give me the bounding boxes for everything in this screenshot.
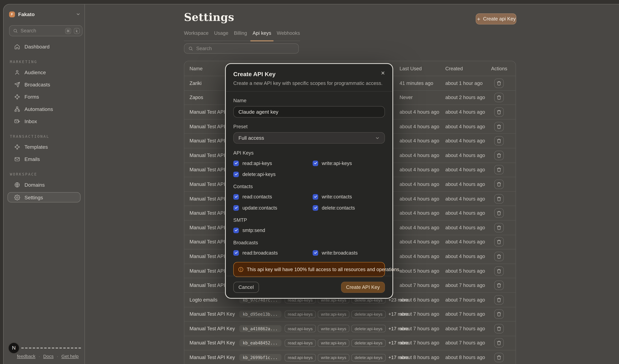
sidebar-item-audience[interactable]: Audience [8, 67, 81, 77]
checkbox-checked [233, 228, 239, 233]
checkbox-checked [313, 194, 318, 200]
tab-usage[interactable]: Usage [214, 29, 228, 41]
last-used-value: about 4 hours ago [400, 177, 439, 191]
delete-api-key-button[interactable] [494, 295, 504, 305]
sidebar-item-broadcasts[interactable]: Broadcasts [8, 80, 81, 89]
tab-api-keys[interactable]: Api keys [253, 29, 271, 41]
last-used-value: about 4 hours ago [400, 105, 439, 119]
delete-api-key-button[interactable] [494, 194, 504, 203]
sidebar-item-dashboard[interactable]: Dashboard [8, 42, 81, 51]
sidebar-item-automations[interactable]: Automations [8, 104, 81, 114]
last-used-value: about 7 hours ago [400, 307, 439, 321]
footer-link-docs[interactable]: Docs [43, 354, 54, 358]
scope-checkbox-read-broadcasts[interactable]: read:broadcasts [233, 250, 313, 256]
api-key-name: Manual Test API Key [189, 322, 235, 336]
sidebar-item-forms[interactable]: Forms [8, 92, 81, 101]
alert-circle-icon [238, 267, 244, 272]
delete-api-key-button[interactable] [494, 208, 504, 218]
scope-badges: read:api-keyswrite:api-keysdelete:api-ke… [285, 322, 408, 336]
cancel-button[interactable]: Cancel [233, 282, 259, 293]
scope-badges: read:api-keyswrite:api-keysdelete:api-ke… [285, 336, 408, 350]
tab-billing[interactable]: Billing [234, 29, 247, 41]
chevron-down-icon [76, 12, 80, 16]
last-used-value: about 8 hours ago [400, 351, 439, 364]
tab-workspace[interactable]: Workspace [184, 29, 209, 41]
workspace-switcher[interactable]: F Fakato [9, 10, 80, 19]
last-used-value: about 4 hours ago [400, 134, 439, 148]
delete-api-key-button[interactable] [494, 107, 504, 117]
search-icon [188, 46, 193, 51]
delete-api-key-button[interactable] [494, 93, 504, 102]
scope-badge: delete:api-keys [351, 339, 386, 347]
delete-api-key-button[interactable] [494, 353, 504, 362]
delete-api-key-button[interactable] [494, 223, 504, 232]
sidebar-item-emails[interactable]: Emails [8, 154, 81, 164]
scope-badge: write:api-keys [318, 325, 349, 332]
delete-api-key-button[interactable] [494, 165, 504, 175]
delete-api-key-button[interactable] [494, 310, 504, 319]
modal-footer: Cancel Create API Key [226, 276, 392, 298]
scope-checkbox-read-api-keys[interactable]: read:api-keys [233, 160, 313, 166]
delete-api-key-button[interactable] [494, 281, 504, 290]
diamonds-icon [14, 144, 20, 150]
sidebar-item-label: Templates [25, 144, 48, 150]
close-icon[interactable] [379, 69, 387, 77]
footer-link-get-help[interactable]: Get help [61, 354, 79, 358]
delete-api-key-button[interactable] [494, 151, 504, 160]
preset-field-label: Preset [233, 124, 385, 129]
created-value: about 4 hours ago [445, 163, 485, 177]
sidebar-item-label: Emails [25, 156, 40, 162]
footer-link-feedback[interactable]: feedback [17, 354, 35, 358]
last-used-value: about 5 hours ago [400, 264, 439, 278]
sidebar-search-input[interactable] [20, 28, 62, 34]
sidebar-item-templates[interactable]: Templates [8, 142, 81, 152]
last-used-value: about 7 hours ago [400, 336, 439, 350]
last-used-value: about 4 hours ago [400, 120, 439, 134]
sidebar-search[interactable]: ⌘ k [9, 25, 83, 36]
delete-api-key-button[interactable] [494, 180, 504, 189]
last-used-value: about 4 hours ago [400, 206, 439, 220]
api-key-token: kb_a410862a... [239, 325, 281, 332]
last-used-value: about 4 hours ago [400, 235, 439, 249]
delete-api-key-button[interactable] [494, 122, 504, 131]
api-key-name-input[interactable] [233, 106, 385, 118]
scope-checkbox-write-contacts[interactable]: write:contacts [313, 194, 385, 200]
scope-checkbox-delete-contacts[interactable]: delete:contacts [313, 205, 385, 211]
delete-api-key-button[interactable] [494, 252, 504, 261]
checkbox-checked [233, 172, 239, 177]
last-used-value: about 4 hours ago [400, 192, 439, 206]
submit-create-api-key-button[interactable]: Create API Key [341, 282, 385, 293]
sidebar-item-domains[interactable]: Domains [8, 180, 81, 189]
created-value: about 2 hours ago [445, 91, 485, 105]
created-value: about 8 hours ago [445, 351, 485, 364]
table-search-input[interactable] [196, 46, 295, 51]
delete-api-key-button[interactable] [494, 237, 504, 247]
column-header-last-used: Last Used [400, 61, 422, 76]
delete-api-key-button[interactable] [494, 266, 504, 276]
scope-checkbox-write-api-keys[interactable]: write:api-keys [313, 160, 385, 166]
delete-api-key-button[interactable] [494, 324, 504, 333]
scope-section: Contacts read:contacts write:contacts up… [233, 184, 385, 211]
scope-checkbox-smtp-send[interactable]: smtp:send [233, 227, 313, 233]
checkbox-checked [233, 205, 239, 211]
delete-api-key-button[interactable] [494, 338, 504, 348]
table-search[interactable] [184, 43, 299, 54]
sidebar-item-settings[interactable]: Settings [8, 192, 81, 202]
tab-webhooks[interactable]: Webhooks [277, 29, 300, 41]
scope-checkbox-read-contacts[interactable]: read:contacts [233, 194, 313, 200]
delete-api-key-button[interactable] [494, 79, 504, 88]
created-value: about 4 hours ago [445, 249, 485, 263]
workflow-icon [14, 106, 20, 112]
preset-select[interactable]: Full access [233, 132, 385, 144]
user-avatar[interactable]: N [8, 342, 20, 354]
sidebar-item-inbox[interactable]: Inbox [8, 116, 81, 126]
last-used-value: about 4 hours ago [400, 148, 439, 162]
create-api-key-button[interactable]: Create api Key [476, 13, 516, 24]
scope-checkbox-write-broadcasts[interactable]: write:broadcasts [313, 250, 385, 256]
scope-checkbox-update-contacts[interactable]: update:contacts [233, 205, 313, 211]
scope-label: delete:contacts [322, 205, 355, 211]
home-icon [14, 44, 20, 50]
delete-api-key-button[interactable] [494, 136, 504, 146]
scope-label: smtp:send [242, 228, 265, 233]
scope-checkbox-delete-api-keys[interactable]: delete:api-keys [233, 171, 313, 177]
